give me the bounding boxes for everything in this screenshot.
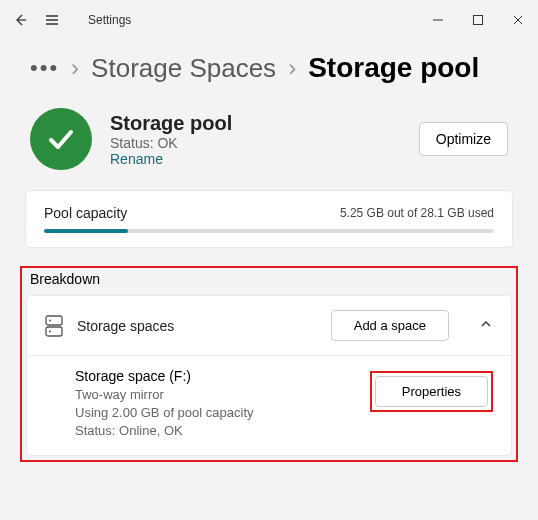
storage-space-name: Storage space (F:) bbox=[75, 368, 370, 384]
storage-space-item: Storage space (F:) Two-way mirror Using … bbox=[27, 356, 511, 455]
pool-header: Storage pool Status: OK Rename Optimize bbox=[0, 102, 538, 190]
capacity-value: 5.25 GB out of 28.1 GB used bbox=[340, 206, 494, 220]
breakdown-title: Breakdown bbox=[22, 271, 516, 295]
storage-spaces-header[interactable]: Storage spaces Add a space bbox=[27, 296, 511, 356]
breadcrumb: ••• › Storage Spaces › Storage pool bbox=[0, 40, 538, 102]
app-title: Settings bbox=[88, 13, 131, 27]
breadcrumb-current: Storage pool bbox=[308, 52, 479, 84]
window-controls bbox=[430, 12, 526, 28]
check-circle-icon bbox=[30, 108, 92, 170]
pool-info: Storage pool Status: OK Rename bbox=[110, 112, 401, 167]
storage-space-usage: Using 2.00 GB of pool capacity bbox=[75, 404, 370, 422]
capacity-bar-fill bbox=[44, 229, 128, 233]
storage-spaces-card: Storage spaces Add a space Storage space… bbox=[26, 295, 512, 456]
pool-title: Storage pool bbox=[110, 112, 401, 135]
maximize-icon[interactable] bbox=[470, 12, 486, 28]
breadcrumb-parent[interactable]: Storage Spaces bbox=[91, 53, 276, 84]
capacity-label: Pool capacity bbox=[44, 205, 127, 221]
titlebar: Settings bbox=[0, 0, 538, 40]
breakdown-section: Breakdown Storage spaces Add a space Sto… bbox=[20, 266, 518, 462]
titlebar-left: Settings bbox=[12, 12, 131, 28]
storage-space-mirror: Two-way mirror bbox=[75, 386, 370, 404]
chevron-up-icon[interactable] bbox=[479, 317, 493, 335]
close-icon[interactable] bbox=[510, 12, 526, 28]
properties-highlight: Properties bbox=[370, 371, 493, 412]
optimize-button[interactable]: Optimize bbox=[419, 122, 508, 156]
chevron-right-icon: › bbox=[71, 54, 79, 82]
pool-capacity-card: Pool capacity 5.25 GB out of 28.1 GB use… bbox=[25, 190, 513, 248]
svg-rect-1 bbox=[46, 316, 62, 325]
svg-point-4 bbox=[49, 330, 51, 332]
storage-spaces-label: Storage spaces bbox=[77, 318, 317, 334]
hamburger-icon[interactable] bbox=[44, 12, 60, 28]
svg-point-3 bbox=[49, 319, 51, 321]
minimize-icon[interactable] bbox=[430, 12, 446, 28]
svg-rect-2 bbox=[46, 327, 62, 336]
capacity-bar bbox=[44, 229, 494, 233]
storage-space-details: Storage space (F:) Two-way mirror Using … bbox=[75, 368, 370, 441]
disk-icon bbox=[45, 315, 63, 337]
properties-button[interactable]: Properties bbox=[375, 376, 488, 407]
back-icon[interactable] bbox=[12, 12, 28, 28]
rename-link[interactable]: Rename bbox=[110, 151, 401, 167]
storage-space-status: Status: Online, OK bbox=[75, 422, 370, 440]
chevron-right-icon: › bbox=[288, 54, 296, 82]
svg-rect-0 bbox=[474, 16, 483, 25]
breadcrumb-more-icon[interactable]: ••• bbox=[30, 55, 59, 81]
add-space-button[interactable]: Add a space bbox=[331, 310, 449, 341]
pool-status: Status: OK bbox=[110, 135, 401, 151]
